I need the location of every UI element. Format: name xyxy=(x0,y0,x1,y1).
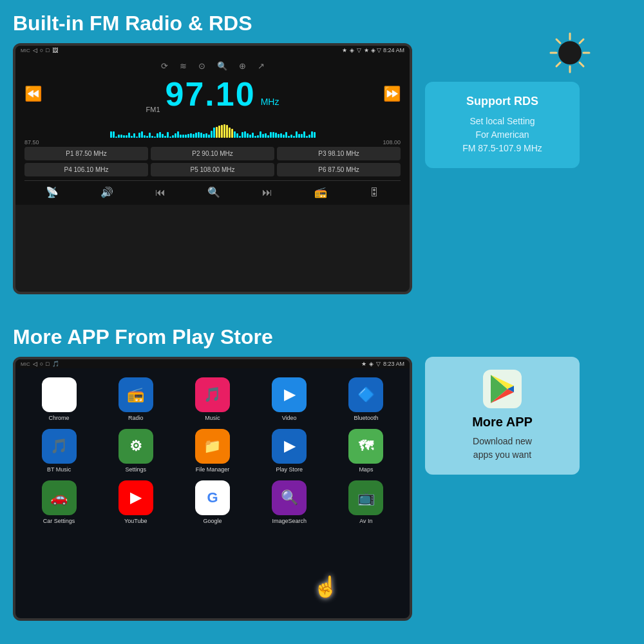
avin-icon: 📺 xyxy=(348,480,383,515)
volume-icon[interactable]: 🔊 xyxy=(100,186,113,198)
settings-icon: ⚙ xyxy=(118,429,153,464)
fm-icon-4: 🔍 xyxy=(217,61,227,71)
skip-back-icon[interactable]: ⏮ xyxy=(155,187,166,198)
app-info-body: Download newapps you want xyxy=(439,435,565,462)
app-item-imagesearch[interactable]: 🔍ImageSearch xyxy=(255,480,324,524)
radio-icon[interactable]: 📻 xyxy=(314,186,327,198)
app-statusbar-right: ★ ◈ ▽ 8:23 AM xyxy=(361,361,404,367)
app-camera-icon: 🎵 xyxy=(52,361,59,367)
app-item-playstore[interactable]: ▶Play Store xyxy=(255,429,324,473)
back-icon: ◁ xyxy=(33,47,37,53)
app-item-filemanager[interactable]: 📁File Manager xyxy=(178,429,247,473)
carsettings-label: Car Settings xyxy=(43,518,75,524)
app-item-btmusic[interactable]: 🎵BT Music xyxy=(24,429,93,473)
location-status: ◈ xyxy=(350,47,354,53)
youtube-label: YouTube xyxy=(124,518,147,524)
preset-btn[interactable]: P4 106.10 MHz xyxy=(24,163,148,176)
app-item-google[interactable]: GGoogle xyxy=(178,480,247,524)
app-device-screen: MIC ◁ ○ □ 🎵 ★ ◈ ▽ 8:23 AM <svg viewBox="… xyxy=(13,357,412,621)
sun-icon xyxy=(547,30,592,75)
app-item-chrome[interactable]: <svg viewBox="0 0 54 54" width="54" heig… xyxy=(24,377,93,421)
radio-label: Radio xyxy=(128,415,144,421)
imagesearch-icon: 🔍 xyxy=(272,480,307,515)
fm-statusbar: MIC ◁ ○ □ 🖼 ★ ◈ ▽ ★ ◈ ▽ 8:24 AM xyxy=(15,46,410,55)
svg-line-6 xyxy=(580,62,583,66)
fm-next-btn[interactable]: ⏩ xyxy=(383,86,401,102)
app-item-settings[interactable]: ⚙Settings xyxy=(101,429,170,473)
fm-content: ⟳ ≋ ⊙ 🔍 ⊕ ↗ ⏪ FM1 97.10 MHz ⏩ xyxy=(15,55,410,205)
eq-icon[interactable]: 🎛 xyxy=(369,187,379,198)
app-time: 8:23 AM xyxy=(383,361,404,367)
app-item-carsettings[interactable]: 🚗Car Settings xyxy=(24,480,93,524)
preset-btn[interactable]: P2 90.10 MHz xyxy=(151,147,274,160)
fm-icon-1: ⟳ xyxy=(161,61,168,71)
google-icon: G xyxy=(195,480,230,515)
preset-btn[interactable]: P3 98.10 MHz xyxy=(277,147,401,160)
preset-btn[interactable]: P6 87.50 MHz xyxy=(277,163,401,176)
app-location-status: ◈ xyxy=(369,361,374,367)
chrome-icon: <svg viewBox="0 0 54 54" width="54" heig… xyxy=(42,377,77,412)
spectrum-min: 87.50 xyxy=(24,139,39,146)
app-item-bluetooth[interactable]: 🔷Bluetooth xyxy=(332,377,401,421)
fm-icon-3: ⊙ xyxy=(198,61,205,71)
rds-body: Set local SettingFor AmericanFM 87.5-107… xyxy=(439,115,565,155)
app-statusbar-left: MIC ◁ ○ □ 🎵 xyxy=(21,361,59,367)
spectrum-labels: 87.50 108.00 xyxy=(24,139,401,146)
cast-icon[interactable]: 📡 xyxy=(46,186,59,198)
filemanager-label: File Manager xyxy=(196,466,230,473)
video-icon: ▶ xyxy=(272,377,307,412)
fm-prev-btn[interactable]: ⏪ xyxy=(24,86,42,102)
top-content: MIC ◁ ○ □ 🖼 ★ ◈ ▽ ★ ◈ ▽ 8:24 AM ⟳ ≋ xyxy=(13,43,631,294)
app-item-avin[interactable]: 📺Av In xyxy=(332,480,401,524)
fm-controls: 📡 🔊 ⏮ 🔍 ⏭ 📻 🎛 xyxy=(24,180,401,201)
skip-fwd-icon[interactable]: ⏭ xyxy=(262,187,272,198)
svg-line-5 xyxy=(556,39,560,43)
home-icon: ○ xyxy=(40,47,43,53)
preset-btn[interactable]: P5 108.00 MHz xyxy=(151,163,274,176)
fm-label: FM1 xyxy=(146,106,160,113)
app-item-music[interactable]: 🎵Music xyxy=(178,377,247,421)
mic-label: MIC xyxy=(21,48,30,53)
top-section: Built-in FM Radio & RDS MIC ◁ ○ □ 🖼 ★ ◈ … xyxy=(0,0,644,316)
cursor-icon: ☝ xyxy=(313,574,339,599)
playstore-logo xyxy=(483,370,522,408)
video-label: Video xyxy=(282,415,297,421)
preset-btn[interactable]: P1 87.50 MHz xyxy=(24,147,148,160)
music-label: Music xyxy=(205,415,220,421)
app-item-radio[interactable]: 📻Radio xyxy=(101,377,170,421)
chrome-label: Chrome xyxy=(49,415,70,421)
app-info-box: More APP Download newapps you want xyxy=(425,357,580,475)
playstore-icon: ▶ xyxy=(272,429,307,464)
spectrum-max: 108.00 xyxy=(383,139,401,146)
statusbar-right: ★ ◈ ▽ ★ ◈ ▽ 8:24 AM xyxy=(342,47,404,53)
app-item-youtube[interactable]: ▶YouTube xyxy=(101,480,170,524)
spectrum-bars xyxy=(24,117,401,138)
fm-top-icons: ⟳ ≋ ⊙ 🔍 ⊕ ↗ xyxy=(24,59,401,75)
app-back-icon: ◁ xyxy=(33,361,37,367)
wifi-status: ▽ xyxy=(357,47,361,53)
rds-info-box: Support RDS Set local SettingFor America… xyxy=(425,82,580,168)
btmusic-icon: 🎵 xyxy=(42,429,77,464)
bottom-section: More APP From Play Store MIC ◁ ○ □ 🎵 ★ ◈… xyxy=(0,316,644,621)
radio-icon: 📻 xyxy=(118,377,153,412)
recent-icon: □ xyxy=(46,47,49,53)
bottom-title: More APP From Play Store xyxy=(13,325,631,349)
svg-line-7 xyxy=(580,39,583,43)
bottom-content: MIC ◁ ○ □ 🎵 ★ ◈ ▽ 8:23 AM <svg viewBox="… xyxy=(13,357,631,621)
fm-icon-6: ↗ xyxy=(258,61,265,71)
carsettings-icon: 🚗 xyxy=(42,480,77,515)
statusbar-left: MIC ◁ ○ □ 🖼 xyxy=(21,47,58,53)
maps-icon: 🗺 xyxy=(348,429,383,464)
search-icon[interactable]: 🔍 xyxy=(207,186,220,198)
app-item-maps[interactable]: 🗺Maps xyxy=(332,429,401,473)
btmusic-label: BT Music xyxy=(47,466,71,473)
settings-label: Settings xyxy=(126,466,147,473)
camera-icon: 🖼 xyxy=(52,47,58,53)
app-grid: <svg viewBox="0 0 54 54" width="54" heig… xyxy=(15,371,410,531)
filemanager-icon: 📁 xyxy=(195,429,230,464)
fm-icon-2: ≋ xyxy=(180,61,187,71)
rds-title: Support RDS xyxy=(439,95,565,108)
app-wifi-status: ▽ xyxy=(376,361,381,367)
app-item-video[interactable]: ▶Video xyxy=(255,377,324,421)
app-home-icon: ○ xyxy=(40,361,43,367)
